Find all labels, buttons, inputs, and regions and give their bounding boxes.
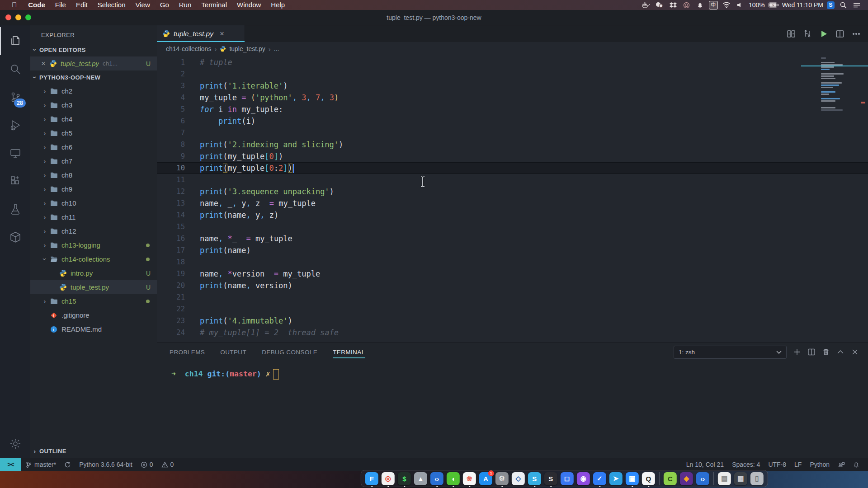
extensions-icon[interactable]: [0, 167, 30, 195]
dock-app-podcasts[interactable]: ◉: [577, 472, 590, 485]
code-line[interactable]: 16name, *_ = my_tuple: [157, 233, 868, 244]
run-debug-icon[interactable]: [0, 111, 30, 139]
dock-app-app-store[interactable]: A1: [479, 472, 492, 485]
tree-item-tuple-test-py[interactable]: tuple_test.pyU: [30, 280, 157, 294]
package-box-icon[interactable]: [0, 223, 30, 251]
compare-branches-icon[interactable]: [803, 29, 812, 38]
status-bell-icon[interactable]: [849, 458, 863, 471]
tree-item-ch7[interactable]: ›ch7: [30, 154, 157, 168]
code-line[interactable]: 13name, _, y, z = my_tuple: [157, 197, 868, 209]
dropbox-menu-icon[interactable]: [668, 1, 678, 9]
close-editor-icon[interactable]: ×: [38, 60, 48, 68]
code-line[interactable]: 21: [157, 291, 868, 303]
panel-tab-debug-console[interactable]: DEBUG CONSOLE: [262, 343, 317, 361]
split-terminal-icon[interactable]: [807, 348, 816, 356]
search-icon[interactable]: [0, 55, 30, 83]
dock-app-photos[interactable]: ❀: [463, 472, 476, 485]
code-line[interactable]: 3print('1.iterable'): [157, 80, 868, 92]
code-line[interactable]: 14print(name, y, z): [157, 209, 868, 221]
code-line[interactable]: 10print(my_tuple[0:2]): [157, 162, 868, 174]
dock-app-system-preferences[interactable]: ⚙: [495, 472, 509, 485]
breadcrumb-folder[interactable]: ch14-collections: [166, 45, 211, 52]
code-line[interactable]: 9print(my_tuple[0]): [157, 150, 868, 162]
dock-app-screenshot-file[interactable]: ▦: [734, 472, 747, 485]
settings-gear-icon[interactable]: [0, 430, 30, 458]
tree-item-ch6[interactable]: ›ch6: [30, 140, 157, 154]
breadcrumb-symbol[interactable]: ...: [274, 45, 279, 52]
outline-header[interactable]: › OUTLINE: [30, 444, 157, 458]
code-line[interactable]: 20print(name, version): [157, 280, 868, 291]
panel-tab-problems[interactable]: PROBLEMS: [170, 343, 205, 361]
status-lf[interactable]: LF: [790, 458, 806, 471]
menu-item-view[interactable]: View: [131, 1, 155, 9]
tree-item-intro-py[interactable]: intro.pyU: [30, 266, 157, 280]
status-python[interactable]: Python: [806, 458, 834, 471]
dock-app-document-file[interactable]: ▤: [718, 472, 731, 485]
tree-item-readme-md[interactable]: README.md: [30, 322, 157, 336]
menu-item-help[interactable]: Help: [266, 1, 290, 9]
open-editors-header[interactable]: › OPEN EDITORS: [30, 43, 157, 56]
menu-item-edit[interactable]: Edit: [71, 1, 93, 9]
dock-app-telegram[interactable]: ➤: [609, 472, 623, 485]
project-header[interactable]: › PYTHON3-OOP-NEW: [30, 70, 157, 84]
run-python-file-icon[interactable]: [819, 29, 828, 38]
tree-item-ch15[interactable]: ›ch15: [30, 294, 157, 308]
code-line[interactable]: 1# tuple: [157, 56, 868, 68]
test-beaker-icon[interactable]: [0, 195, 30, 223]
battery-icon[interactable]: [769, 1, 778, 9]
explorer-icon[interactable]: [0, 27, 30, 55]
remote-explorer-icon[interactable]: [0, 139, 30, 167]
control-center-list-icon[interactable]: [852, 1, 862, 9]
code-line[interactable]: 8print('2.indexing and slicing'): [157, 139, 868, 150]
status-python-3-6-6-64-bit[interactable]: Python 3.6.6 64-bit: [75, 458, 137, 471]
input-method-menu-icon[interactable]: 中: [709, 1, 718, 9]
status-spaces-4[interactable]: Spaces: 4: [728, 458, 764, 471]
dock-app-flame-app[interactable]: ◆: [680, 472, 693, 485]
tree-item-ch4[interactable]: ›ch4: [30, 112, 157, 126]
open-editor-item[interactable]: ×tuple_test.pych1...U: [30, 56, 157, 70]
split-editor-icon[interactable]: [835, 29, 844, 38]
maximize-panel-icon[interactable]: [836, 348, 844, 356]
tree-item-ch3[interactable]: ›ch3: [30, 98, 157, 112]
kill-terminal-trash-icon[interactable]: [822, 348, 830, 356]
more-actions-icon[interactable]: [852, 29, 861, 38]
status-0[interactable]: 0: [157, 458, 178, 471]
tree-item-ch10[interactable]: ›ch10: [30, 196, 157, 210]
status-0[interactable]: 0: [137, 458, 157, 471]
s-app-menu-icon[interactable]: S: [827, 1, 835, 9]
status-sync-icon[interactable]: [60, 458, 75, 471]
window-close-button[interactable]: [5, 14, 11, 20]
dock-app-chrome[interactable]: ◎: [382, 472, 395, 485]
terminal-output[interactable]: ➜ ch14 git:(master) ✗: [157, 361, 868, 458]
tree-item--gitignore[interactable]: .gitignore: [30, 308, 157, 322]
radar-menu-icon[interactable]: [682, 1, 692, 9]
tree-item-ch5[interactable]: ›ch5: [30, 126, 157, 140]
open-changes-icon[interactable]: [787, 29, 796, 38]
tree-item-ch8[interactable]: ›ch8: [30, 168, 157, 182]
dock-app-skype[interactable]: S: [528, 472, 541, 485]
status-feedback-icon[interactable]: [834, 458, 849, 471]
status-utf-8[interactable]: UTF-8: [764, 458, 790, 471]
tree-item-ch11[interactable]: ›ch11: [30, 210, 157, 224]
remote-indicator[interactable]: ><: [0, 458, 21, 471]
code-line[interactable]: 4my_tuple = ('python', 3, 7, 3): [157, 92, 868, 103]
close-panel-icon[interactable]: [851, 348, 859, 356]
code-line[interactable]: 12print('3.sequence unpacking'): [157, 186, 868, 197]
code-line[interactable]: 2: [157, 68, 868, 80]
docker-menu-icon[interactable]: [641, 1, 651, 9]
tab-tuple-test[interactable]: tuple_test.py ×: [157, 25, 245, 42]
code-line[interactable]: 22: [157, 303, 868, 315]
code-line[interactable]: 24# my_tuple[1] = 2 thread safe: [157, 327, 868, 338]
window-minimize-button[interactable]: [15, 14, 21, 20]
new-terminal-icon[interactable]: [793, 348, 801, 356]
dock-app-messages-app[interactable]: ◻: [561, 472, 574, 485]
code-line[interactable]: 7: [157, 127, 868, 139]
code-line[interactable]: 15: [157, 221, 868, 233]
code-line[interactable]: 11: [157, 174, 868, 186]
wechat-menu-icon[interactable]: [655, 1, 665, 9]
dock-app-s-editor[interactable]: S: [544, 472, 557, 485]
menu-item-file[interactable]: File: [50, 1, 71, 9]
dock-app-coderunner[interactable]: C: [664, 472, 677, 485]
terminal-shell-select[interactable]: 1: zsh: [674, 346, 787, 359]
dock-app-finder[interactable]: F: [365, 472, 378, 485]
